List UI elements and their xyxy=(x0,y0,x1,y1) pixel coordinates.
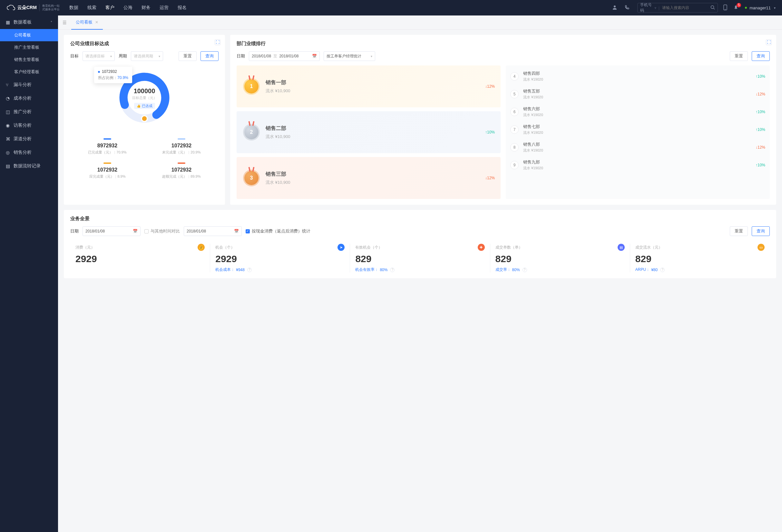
achieved-tag: 👍已达成 xyxy=(134,103,155,109)
sidebar-item[interactable]: ◎销售分析 xyxy=(0,146,58,159)
rank-number: 7 xyxy=(510,126,519,134)
user-name: manager11 xyxy=(749,5,771,10)
rank-row[interactable]: 7销售七部流水 ¥19020↑10% xyxy=(506,120,770,138)
rank-top-item[interactable]: 1销售一部流水 ¥10,900↓12% xyxy=(237,66,501,107)
logo-subtitle: 教育机构一站式服务云平台 xyxy=(39,4,60,11)
top-nav-item[interactable]: 报名 xyxy=(178,5,187,11)
stat-item: 1072932未完成量（元）|20.9% xyxy=(144,135,218,158)
top-nav-item[interactable]: 客户 xyxy=(105,5,114,11)
chevron-down-icon: ▾ xyxy=(774,6,776,10)
phone-icon[interactable] xyxy=(625,5,630,11)
top-header: 云朵CRM 教育机构一站式服务云平台 数据线索客户公海财务运营报名 手机号码 ▾… xyxy=(0,0,782,15)
sidebar: ▦ 数据看板 ˄ 公司看板推广主管看板销售主管看板客户经理看板 ⑂漏斗分析◔成本… xyxy=(0,15,58,532)
stat-item: 8972932已完成量（元）|70.9% xyxy=(70,135,144,158)
sidebar-child[interactable]: 销售主管看板 xyxy=(0,54,58,66)
label-date: 日期 xyxy=(237,53,245,59)
sidebar-item[interactable]: ⌘渠道分析 xyxy=(0,132,58,146)
cash-checkbox[interactable]: 按现金消费（返点后消费）统计 xyxy=(246,228,311,234)
user-menu[interactable]: manager11 ▾ xyxy=(745,5,776,10)
top-nav-item[interactable]: 线索 xyxy=(87,5,96,11)
metric-icon: ▭ xyxy=(757,244,765,251)
device-icon[interactable] xyxy=(723,4,727,11)
rank-row[interactable]: 4销售四部流水 ¥19020↑10% xyxy=(506,67,770,85)
help-icon[interactable]: ? xyxy=(390,268,395,272)
sidebar-item[interactable]: ◫推广分析 xyxy=(0,105,58,119)
notifications-icon[interactable]: 5 xyxy=(733,5,739,11)
top-nav-item[interactable]: 公海 xyxy=(123,5,133,11)
help-icon[interactable]: ? xyxy=(247,268,252,272)
sidebar-item[interactable]: ◉访客分析 xyxy=(0,119,58,132)
rank-card: ⛶ 部门业绩排行 日期 2018/01/08 至 2018/01/08 📅 按工… xyxy=(230,35,776,205)
global-search[interactable]: 手机号码 ▾ | xyxy=(637,3,718,12)
medal-icon: 3 xyxy=(242,169,260,187)
rank-row[interactable]: 9销售九部流水 ¥19020↑10% xyxy=(506,156,770,174)
content-area: ☰ 公司看板 ✕ ⛶ 公司业绩目标达成 目标 请选择目标▾ 周期 请选择周期▾ … xyxy=(58,15,782,532)
search-type-select[interactable]: 手机号码 xyxy=(640,2,652,13)
search-icon[interactable] xyxy=(710,5,715,11)
sidebar-icon: ⌘ xyxy=(6,136,10,142)
reset-button[interactable]: 重置 xyxy=(730,51,748,61)
compare-checkbox[interactable]: 与其他时间对比 xyxy=(144,228,180,234)
query-button[interactable]: 查询 xyxy=(752,226,770,236)
donut-center: 100000 目标总量（元） 👍已达成 xyxy=(115,87,173,109)
metric-item: 成交流水（元）▭829ARPU：¥80? xyxy=(630,244,770,273)
metric-item: 机会（个）➤2929机会成本：¥948? xyxy=(210,244,350,273)
rank-top-item[interactable]: 3销售三部流水 ¥10,900↓12% xyxy=(237,157,501,199)
select-stat-type[interactable]: 按工单客户经理统计▾ xyxy=(324,51,375,61)
sidebar-item[interactable]: ▤数据流转记录 xyxy=(0,159,58,173)
sidebar-icon: ⑂ xyxy=(6,82,10,87)
sidebar-item[interactable]: ◔成本分析 xyxy=(0,92,58,105)
date-input-2[interactable]: 2018/01/08📅 xyxy=(184,226,242,236)
rank-number: 4 xyxy=(510,72,519,81)
expand-icon[interactable]: ⛶ xyxy=(766,39,772,45)
logo: 云朵CRM 教育机构一站式服务云平台 xyxy=(6,4,60,11)
date-input-1[interactable]: 2018/01/08📅 xyxy=(82,226,141,236)
query-button[interactable]: 查询 xyxy=(201,51,218,61)
metric-item: 消费（元）💰2929 xyxy=(70,244,210,273)
rank-row[interactable]: 8销售八部流水 ¥19020↓12% xyxy=(506,138,770,156)
rank-number: 6 xyxy=(510,108,519,116)
rank-top-item[interactable]: 2销售二部流水 ¥10,900↑10% xyxy=(237,111,501,153)
help-icon[interactable]: ? xyxy=(660,268,665,272)
sidebar-child[interactable]: 客户经理看板 xyxy=(0,66,58,78)
select-target[interactable]: 请选择目标▾ xyxy=(82,51,115,61)
top-nav-item[interactable]: 财务 xyxy=(142,5,150,11)
expand-icon[interactable]: ⛶ xyxy=(215,39,220,45)
rank-card-title: 部门业绩排行 xyxy=(237,41,770,47)
top-nav-item[interactable]: 运营 xyxy=(159,5,169,11)
top-nav-item[interactable]: 数据 xyxy=(69,5,78,11)
sidebar-icon: ◎ xyxy=(6,150,10,155)
tab-company-board[interactable]: 公司看板 ✕ xyxy=(71,15,103,30)
metric-icon: 💰 xyxy=(198,244,205,251)
rank-row[interactable]: 5销售五部流水 ¥19020↓12% xyxy=(506,85,770,103)
target-card: ⛶ 公司业绩目标达成 目标 请选择目标▾ 周期 请选择周期▾ 重置 查询 107… xyxy=(64,35,225,205)
sidebar-child[interactable]: 公司看板 xyxy=(0,29,58,41)
sidebar-icon: ◫ xyxy=(6,109,10,114)
sidebar-group-dashboard[interactable]: ▦ 数据看板 ˄ xyxy=(0,15,58,29)
date-range-input[interactable]: 2018/01/08 至 2018/01/08 📅 xyxy=(249,51,320,61)
select-period[interactable]: 请选择周期▾ xyxy=(131,51,163,61)
rank-row[interactable]: 6销售六部流水 ¥19020↑10% xyxy=(506,103,770,120)
sidebar-collapse-icon[interactable]: ☰ xyxy=(58,20,71,25)
top-nav: 数据线索客户公海财务运营报名 xyxy=(69,5,612,11)
close-icon[interactable]: ✕ xyxy=(95,20,98,25)
chart-tooltip: 1072932 所占比例：70.9% xyxy=(94,67,132,83)
reset-button[interactable]: 重置 xyxy=(730,226,748,236)
metric-footer: ARPU：¥80? xyxy=(635,267,765,273)
sidebar-item[interactable]: ⑂漏斗分析 xyxy=(0,78,58,92)
donut-chart: 1072932 所占比例：70.9% 100000 目标总量（元） 👍已达成 xyxy=(70,69,218,127)
sidebar-child[interactable]: 推广主管看板 xyxy=(0,41,58,54)
query-button[interactable]: 查询 xyxy=(752,51,770,61)
metric-icon: ▤ xyxy=(617,244,625,251)
label-date: 日期 xyxy=(70,228,79,234)
help-icon[interactable]: ? xyxy=(523,268,527,272)
metric-item: 成交单数（单）▤829成交率：80%? xyxy=(490,244,630,273)
logo-text: 云朵CRM xyxy=(17,5,37,11)
calendar-icon: 📅 xyxy=(312,54,317,58)
svg-point-0 xyxy=(614,5,616,7)
user-icon[interactable] xyxy=(612,5,617,11)
reset-button[interactable]: 重置 xyxy=(179,51,197,61)
target-card-title: 公司业绩目标达成 xyxy=(70,41,218,47)
search-input[interactable] xyxy=(662,5,710,10)
medal-icon: 1 xyxy=(242,77,260,96)
